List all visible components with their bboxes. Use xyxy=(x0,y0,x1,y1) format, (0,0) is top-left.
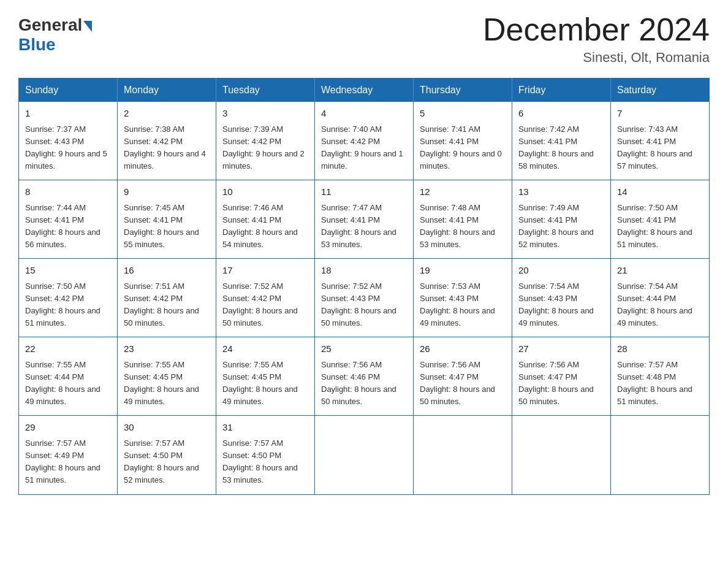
weekday-header-sunday: Sunday xyxy=(19,79,118,102)
day-info: Sunrise: 7:47 AMSunset: 4:41 PMDaylight:… xyxy=(321,202,407,251)
day-number: 9 xyxy=(124,185,210,199)
day-info: Sunrise: 7:48 AMSunset: 4:41 PMDaylight:… xyxy=(420,202,506,251)
day-number: 6 xyxy=(518,107,604,121)
day-number: 20 xyxy=(518,264,604,278)
day-number: 30 xyxy=(124,421,210,435)
day-info: Sunrise: 7:54 AMSunset: 4:44 PMDaylight:… xyxy=(617,280,703,330)
calendar-cell: 10Sunrise: 7:46 AMSunset: 4:41 PMDayligh… xyxy=(216,180,315,259)
calendar-cell: 23Sunrise: 7:55 AMSunset: 4:45 PMDayligh… xyxy=(118,337,216,416)
day-info: Sunrise: 7:40 AMSunset: 4:42 PMDaylight:… xyxy=(321,123,407,173)
day-info: Sunrise: 7:52 AMSunset: 4:42 PMDaylight:… xyxy=(222,280,308,330)
day-number: 11 xyxy=(321,185,407,199)
calendar-cell: 2Sunrise: 7:38 AMSunset: 4:42 PMDaylight… xyxy=(118,102,216,180)
day-info: Sunrise: 7:37 AMSunset: 4:43 PMDaylight:… xyxy=(25,123,111,173)
day-number: 14 xyxy=(617,185,703,199)
day-number: 29 xyxy=(25,421,111,435)
calendar-cell: 25Sunrise: 7:56 AMSunset: 4:46 PMDayligh… xyxy=(315,337,414,416)
calendar-cell xyxy=(611,416,710,494)
day-info: Sunrise: 7:42 AMSunset: 4:41 PMDaylight:… xyxy=(518,123,604,173)
day-info: Sunrise: 7:57 AMSunset: 4:50 PMDaylight:… xyxy=(124,437,210,487)
calendar-cell: 20Sunrise: 7:54 AMSunset: 4:43 PMDayligh… xyxy=(512,259,611,337)
day-info: Sunrise: 7:55 AMSunset: 4:45 PMDaylight:… xyxy=(124,359,210,408)
day-number: 16 xyxy=(124,264,210,278)
day-number: 1 xyxy=(25,107,111,121)
calendar-cell: 28Sunrise: 7:57 AMSunset: 4:48 PMDayligh… xyxy=(611,337,710,416)
calendar-cell: 22Sunrise: 7:55 AMSunset: 4:44 PMDayligh… xyxy=(19,337,118,416)
calendar-cell: 16Sunrise: 7:51 AMSunset: 4:42 PMDayligh… xyxy=(118,259,216,337)
day-info: Sunrise: 7:44 AMSunset: 4:41 PMDaylight:… xyxy=(25,202,111,251)
calendar-week-row: 15Sunrise: 7:50 AMSunset: 4:42 PMDayligh… xyxy=(19,259,710,337)
calendar-cell: 29Sunrise: 7:57 AMSunset: 4:49 PMDayligh… xyxy=(19,416,118,494)
day-info: Sunrise: 7:54 AMSunset: 4:43 PMDaylight:… xyxy=(518,280,604,330)
calendar-cell: 1Sunrise: 7:37 AMSunset: 4:43 PMDaylight… xyxy=(19,102,118,180)
calendar-cell: 13Sunrise: 7:49 AMSunset: 4:41 PMDayligh… xyxy=(512,180,611,259)
day-number: 21 xyxy=(617,264,703,278)
day-number: 28 xyxy=(617,342,703,356)
day-number: 22 xyxy=(25,342,111,356)
calendar-cell: 19Sunrise: 7:53 AMSunset: 4:43 PMDayligh… xyxy=(414,259,512,337)
day-info: Sunrise: 7:52 AMSunset: 4:43 PMDaylight:… xyxy=(321,280,407,330)
day-number: 18 xyxy=(321,264,407,278)
day-number: 13 xyxy=(518,185,604,199)
calendar-cell: 4Sunrise: 7:40 AMSunset: 4:42 PMDaylight… xyxy=(315,102,414,180)
day-info: Sunrise: 7:55 AMSunset: 4:44 PMDaylight:… xyxy=(25,359,111,408)
calendar-cell xyxy=(315,416,414,494)
logo-general-text: General xyxy=(18,15,82,35)
weekday-header-monday: Monday xyxy=(118,79,216,102)
day-number: 27 xyxy=(518,342,604,356)
calendar-week-row: 8Sunrise: 7:44 AMSunset: 4:41 PMDaylight… xyxy=(19,180,710,259)
calendar-cell: 24Sunrise: 7:55 AMSunset: 4:45 PMDayligh… xyxy=(216,337,315,416)
calendar-cell: 3Sunrise: 7:39 AMSunset: 4:42 PMDaylight… xyxy=(216,102,315,180)
day-number: 8 xyxy=(25,185,111,199)
title-section: December 2024 Sinesti, Olt, Romania xyxy=(483,12,710,66)
calendar-cell xyxy=(414,416,512,494)
day-number: 15 xyxy=(25,264,111,278)
day-number: 4 xyxy=(321,107,407,121)
logo-blue-text: Blue xyxy=(18,35,56,54)
calendar-cell: 18Sunrise: 7:52 AMSunset: 4:43 PMDayligh… xyxy=(315,259,414,337)
calendar-cell: 26Sunrise: 7:56 AMSunset: 4:47 PMDayligh… xyxy=(414,337,512,416)
calendar-table: SundayMondayTuesdayWednesdayThursdayFrid… xyxy=(18,78,710,494)
day-info: Sunrise: 7:57 AMSunset: 4:50 PMDaylight:… xyxy=(222,437,308,487)
day-number: 19 xyxy=(420,264,506,278)
calendar-cell: 12Sunrise: 7:48 AMSunset: 4:41 PMDayligh… xyxy=(414,180,512,259)
calendar-cell: 5Sunrise: 7:41 AMSunset: 4:41 PMDaylight… xyxy=(414,102,512,180)
calendar-cell: 11Sunrise: 7:47 AMSunset: 4:41 PMDayligh… xyxy=(315,180,414,259)
day-info: Sunrise: 7:51 AMSunset: 4:42 PMDaylight:… xyxy=(124,280,210,330)
calendar-cell xyxy=(512,416,611,494)
calendar-cell: 21Sunrise: 7:54 AMSunset: 4:44 PMDayligh… xyxy=(611,259,710,337)
logo: General Blue xyxy=(18,12,93,55)
calendar-cell: 15Sunrise: 7:50 AMSunset: 4:42 PMDayligh… xyxy=(19,259,118,337)
day-number: 31 xyxy=(222,421,308,435)
day-info: Sunrise: 7:56 AMSunset: 4:47 PMDaylight:… xyxy=(518,359,604,408)
day-info: Sunrise: 7:53 AMSunset: 4:43 PMDaylight:… xyxy=(420,280,506,330)
weekday-header-row: SundayMondayTuesdayWednesdayThursdayFrid… xyxy=(19,79,710,102)
calendar-cell: 17Sunrise: 7:52 AMSunset: 4:42 PMDayligh… xyxy=(216,259,315,337)
calendar-cell: 27Sunrise: 7:56 AMSunset: 4:47 PMDayligh… xyxy=(512,337,611,416)
day-info: Sunrise: 7:46 AMSunset: 4:41 PMDaylight:… xyxy=(222,202,308,251)
day-number: 10 xyxy=(222,185,308,199)
day-number: 7 xyxy=(617,107,703,121)
calendar-cell: 31Sunrise: 7:57 AMSunset: 4:50 PMDayligh… xyxy=(216,416,315,494)
day-info: Sunrise: 7:49 AMSunset: 4:41 PMDaylight:… xyxy=(518,202,604,251)
calendar-cell: 7Sunrise: 7:43 AMSunset: 4:41 PMDaylight… xyxy=(611,102,710,180)
day-info: Sunrise: 7:39 AMSunset: 4:42 PMDaylight:… xyxy=(222,123,308,173)
calendar-cell: 6Sunrise: 7:42 AMSunset: 4:41 PMDaylight… xyxy=(512,102,611,180)
weekday-header-wednesday: Wednesday xyxy=(315,79,414,102)
weekday-header-friday: Friday xyxy=(512,79,611,102)
calendar-cell: 30Sunrise: 7:57 AMSunset: 4:50 PMDayligh… xyxy=(118,416,216,494)
day-info: Sunrise: 7:57 AMSunset: 4:48 PMDaylight:… xyxy=(617,359,703,408)
day-number: 3 xyxy=(222,107,308,121)
day-number: 2 xyxy=(124,107,210,121)
day-info: Sunrise: 7:50 AMSunset: 4:42 PMDaylight:… xyxy=(25,280,111,330)
location-title: Sinesti, Olt, Romania xyxy=(483,50,710,66)
day-number: 12 xyxy=(420,185,506,199)
day-number: 23 xyxy=(124,342,210,356)
day-number: 24 xyxy=(222,342,308,356)
day-number: 26 xyxy=(420,342,506,356)
calendar-week-row: 22Sunrise: 7:55 AMSunset: 4:44 PMDayligh… xyxy=(19,337,710,416)
day-info: Sunrise: 7:56 AMSunset: 4:47 PMDaylight:… xyxy=(420,359,506,408)
day-info: Sunrise: 7:55 AMSunset: 4:45 PMDaylight:… xyxy=(222,359,308,408)
day-number: 17 xyxy=(222,264,308,278)
calendar-week-row: 29Sunrise: 7:57 AMSunset: 4:49 PMDayligh… xyxy=(19,416,710,494)
